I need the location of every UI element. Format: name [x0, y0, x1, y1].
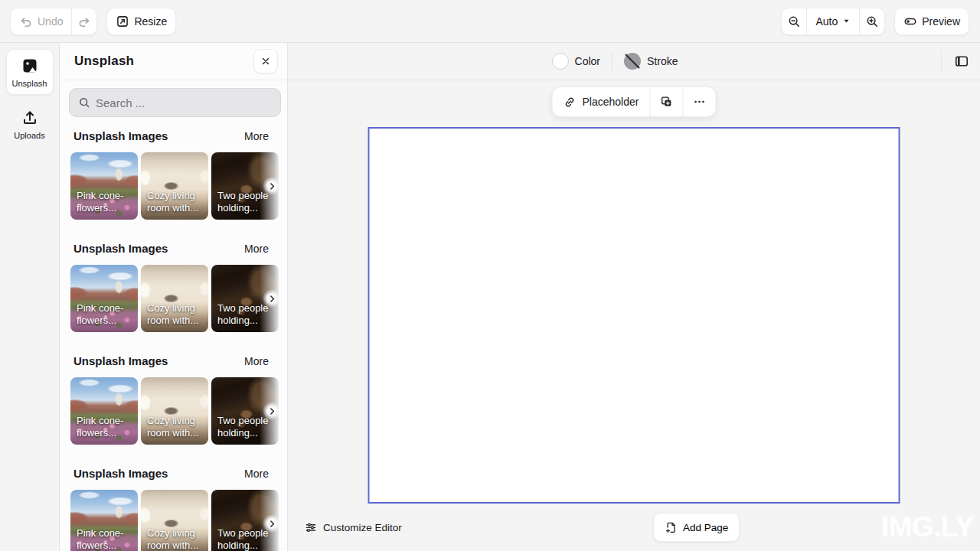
- zoom-out-button[interactable]: [782, 8, 806, 34]
- asset-section: Unsplash Images More Pink cone-flowers..…: [69, 354, 278, 445]
- section-header: Unsplash Images More: [69, 242, 278, 255]
- scroll-right-button[interactable]: [263, 177, 281, 195]
- asset-thumbnail-label: Cozy living room with...: [141, 299, 208, 332]
- zoom-level-dropdown[interactable]: Auto: [806, 8, 859, 34]
- stroke-label: Stroke: [647, 55, 678, 67]
- canvas-stage[interactable]: Placeholder Customize Editor Add Page: [288, 80, 980, 551]
- resize-label: Resize: [134, 15, 167, 28]
- canvas-area: Color Stroke Placeholder: [288, 43, 980, 551]
- section-title: Unsplash Images: [74, 467, 244, 480]
- customize-editor-button[interactable]: Customize Editor: [305, 521, 402, 533]
- zoom-level-label: Auto: [815, 15, 838, 28]
- close-icon: [260, 56, 271, 67]
- asset-thumbnail[interactable]: Cozy living room with...: [141, 377, 208, 445]
- more-link[interactable]: More: [244, 130, 269, 142]
- asset-library-rail: Unsplash Uploads: [0, 43, 60, 551]
- rail-item-label: Unsplash: [12, 79, 47, 88]
- search-input[interactable]: [96, 96, 272, 109]
- selection-toolbar: Placeholder: [552, 86, 717, 117]
- chevron-right-icon: [267, 294, 277, 304]
- rail-item-unsplash[interactable]: Unsplash: [6, 49, 54, 95]
- asset-row: Pink cone-flowers... Cozy living room wi…: [69, 377, 278, 445]
- more-link[interactable]: More: [244, 468, 269, 480]
- color-swatch: [552, 53, 569, 70]
- zoom-in-icon: [865, 15, 879, 28]
- section-title: Unsplash Images: [74, 354, 244, 367]
- scroll-right-button[interactable]: [263, 289, 281, 308]
- asset-thumbnail[interactable]: Cozy living room with...: [141, 490, 208, 551]
- asset-thumbnail-label: Pink cone-flowers...: [70, 187, 138, 220]
- more-link[interactable]: More: [244, 355, 269, 367]
- placeholder-button[interactable]: Placeholder: [553, 87, 650, 116]
- panel-toggle-icon: [954, 54, 969, 69]
- preview-button[interactable]: Preview: [894, 8, 969, 35]
- section-header: Unsplash Images More: [69, 129, 278, 142]
- asset-thumbnail[interactable]: Pink cone-flowers...: [70, 152, 138, 220]
- zoom-in-button[interactable]: [859, 8, 884, 34]
- asset-row: Pink cone-flowers... Cozy living room wi…: [69, 265, 278, 332]
- undo-button[interactable]: Undo: [11, 8, 71, 34]
- divider: [612, 52, 612, 71]
- stroke-control[interactable]: Stroke: [624, 53, 678, 70]
- chevron-right-icon: [267, 519, 277, 529]
- asset-row: Pink cone-flowers... Cozy living room wi…: [69, 152, 278, 220]
- close-panel-button[interactable]: [253, 49, 278, 73]
- link-icon: [564, 96, 577, 109]
- toggle-panel-button[interactable]: [951, 51, 972, 72]
- divider: [941, 51, 942, 72]
- duplicate-icon: [659, 95, 673, 109]
- adjustments-icon: [305, 521, 317, 533]
- undo-icon: [19, 15, 33, 28]
- resize-icon: [116, 15, 129, 28]
- duplicate-button[interactable]: [649, 87, 682, 116]
- preview-icon: [903, 15, 917, 28]
- add-page-icon: [665, 521, 678, 534]
- redo-icon: [77, 15, 91, 28]
- section-header: Unsplash Images More: [69, 354, 278, 367]
- upload-icon: [21, 109, 39, 127]
- asset-thumbnail[interactable]: Pink cone-flowers...: [70, 265, 138, 332]
- placeholder-label: Placeholder: [583, 96, 639, 108]
- scroll-right-button[interactable]: [263, 514, 281, 533]
- color-label: Color: [575, 55, 600, 67]
- chevron-right-icon: [267, 406, 277, 416]
- inspector-bar: Color Stroke: [288, 43, 980, 80]
- stage-footer: Customize Editor Add Page IMG.LY: [288, 504, 980, 551]
- more-link[interactable]: More: [244, 243, 269, 255]
- preview-label: Preview: [922, 15, 960, 28]
- panel-title: Unsplash: [74, 54, 253, 69]
- page[interactable]: [368, 127, 900, 504]
- fill-color-control[interactable]: Color: [552, 53, 600, 70]
- asset-thumbnail[interactable]: Cozy living room with...: [141, 152, 208, 220]
- asset-thumbnail[interactable]: Pink cone-flowers...: [70, 377, 138, 445]
- chevron-down-icon: [842, 17, 851, 25]
- add-page-button[interactable]: Add Page: [653, 513, 740, 542]
- customize-editor-label: Customize Editor: [323, 522, 402, 533]
- rail-item-label: Uploads: [14, 131, 44, 140]
- redo-button[interactable]: [71, 8, 96, 34]
- section-title: Unsplash Images: [74, 129, 244, 142]
- asset-thumbnail[interactable]: Pink cone-flowers...: [70, 490, 138, 551]
- more-options-button[interactable]: [682, 87, 715, 116]
- asset-section-list: Unsplash Images More Pink cone-flowers..…: [60, 117, 287, 551]
- search-icon: [78, 96, 90, 109]
- asset-thumbnail[interactable]: Cozy living room with...: [141, 265, 208, 332]
- scroll-right-button[interactable]: [263, 402, 281, 420]
- undo-label: Undo: [38, 15, 63, 28]
- rail-item-uploads[interactable]: Uploads: [6, 102, 54, 146]
- section-header: Unsplash Images More: [69, 467, 278, 480]
- search-box: [69, 88, 281, 117]
- ellipsis-icon: [692, 95, 706, 109]
- imgly-watermark: IMG.LY: [881, 511, 974, 543]
- top-toolbar: Undo Resize Auto Preview: [0, 0, 980, 43]
- chevron-right-icon: [267, 181, 277, 191]
- asset-thumbnail-label: Cozy living room with...: [141, 412, 208, 445]
- resize-button[interactable]: Resize: [106, 8, 176, 35]
- asset-section: Unsplash Images More Pink cone-flowers..…: [69, 129, 278, 220]
- asset-section: Unsplash Images More Pink cone-flowers..…: [69, 242, 278, 332]
- panel-header: Unsplash: [60, 43, 287, 80]
- image-icon: [21, 57, 39, 75]
- unsplash-panel: Unsplash Unsplash Images More Pink cone-…: [60, 43, 288, 551]
- zoom-group: Auto: [781, 8, 885, 35]
- asset-thumbnail-label: Pink cone-flowers...: [70, 299, 138, 332]
